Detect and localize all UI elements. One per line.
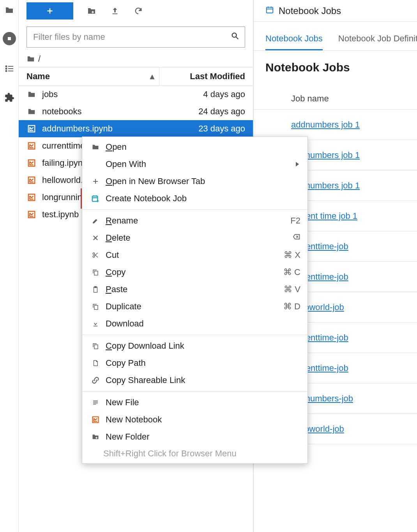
- menu-shortcut: ⌘ D: [283, 301, 300, 312]
- lines-icon: [89, 399, 102, 406]
- notebook-icon: [27, 209, 37, 220]
- notebook-icon: [89, 416, 102, 424]
- svg-point-5: [5, 71, 7, 72]
- list-icon[interactable]: [4, 63, 15, 74]
- upload-icon[interactable]: [110, 6, 120, 16]
- menu-separator: [82, 391, 307, 392]
- file-modified: 4 days ago: [167, 89, 245, 99]
- menu-label: Open With: [106, 159, 146, 169]
- menu-item-open[interactable]: Open: [82, 138, 307, 156]
- menu-item-copy-download-link[interactable]: Copy Download Link: [82, 337, 307, 355]
- svg-rect-40: [94, 271, 98, 275]
- menu-label: Open in New Browser Tab: [106, 176, 205, 186]
- file-modified: 23 days ago: [167, 124, 245, 134]
- menu-label: Paste: [106, 284, 127, 294]
- running-icon[interactable]: [3, 32, 16, 45]
- download-icon: [89, 320, 102, 327]
- calendar-icon: [265, 5, 274, 16]
- notebook-icon: [27, 175, 37, 185]
- menu-item-cut[interactable]: Cut⌘ X: [82, 246, 307, 264]
- svg-line-13: [236, 37, 239, 39]
- svg-rect-45: [94, 345, 98, 349]
- file-name: addnumbers.ipynb: [42, 124, 167, 134]
- tabs: Notebook Jobs Notebook Job Definitions: [254, 22, 417, 51]
- job-row: addnumbers job 1: [254, 110, 417, 140]
- panel-title-text: Notebook Jobs: [279, 5, 341, 16]
- menu-hint: Shift+Right Click for Browser Menu: [82, 445, 307, 459]
- menu-label: Delete: [106, 233, 131, 243]
- notebook-icon: [27, 124, 37, 134]
- col-modified[interactable]: Last Modified: [159, 71, 253, 82]
- svg-rect-44: [94, 326, 98, 326]
- folderplus-icon: [89, 433, 102, 441]
- search-icon: [231, 32, 239, 43]
- folder-icon[interactable]: [4, 5, 15, 16]
- svg-rect-43: [94, 305, 98, 310]
- menu-item-open-with[interactable]: Open With: [82, 156, 307, 173]
- breadcrumb-path: /: [38, 54, 41, 64]
- menu-item-copy[interactable]: Copy⌘ C: [82, 264, 307, 281]
- menu-item-rename[interactable]: RenameF2: [82, 212, 307, 229]
- page-icon: [89, 360, 102, 367]
- jobs-heading: Notebook Jobs: [254, 51, 417, 78]
- folder-icon: [89, 143, 102, 151]
- notebook-icon: [27, 141, 37, 151]
- svg-rect-11: [113, 13, 118, 14]
- copy-icon: [89, 342, 102, 349]
- new-folder-icon[interactable]: [87, 6, 97, 16]
- menu-item-create-notebook-job[interactable]: Create Notebook Job: [82, 190, 307, 207]
- svg-rect-52: [95, 438, 97, 438]
- tab-notebook-job-definitions[interactable]: Notebook Job Definitions: [338, 34, 417, 50]
- paste-icon: [89, 286, 102, 293]
- copy-icon: [89, 269, 102, 276]
- new-launcher-button[interactable]: [27, 2, 73, 20]
- menu-shortcut: F2: [290, 216, 300, 226]
- context-menu: OpenOpen WithOpen in New Browser TabCrea…: [82, 137, 308, 464]
- col-name[interactable]: Name: [27, 71, 50, 82]
- menu-label: Download: [106, 319, 144, 329]
- file-row[interactable]: addnumbers.ipynb23 days ago: [19, 120, 253, 137]
- filter-input[interactable]: [32, 32, 231, 43]
- menu-label: Open: [106, 142, 127, 152]
- menu-label: Copy Shareable Link: [106, 375, 185, 385]
- tab-notebook-jobs[interactable]: Notebook Jobs: [265, 34, 323, 50]
- job-link[interactable]: addnumbers job 1: [291, 120, 360, 130]
- file-row[interactable]: jobs4 days ago: [19, 86, 253, 103]
- menu-label: New Folder: [106, 432, 149, 442]
- plus-icon: [89, 178, 102, 185]
- menu-item-copy-shareable-link[interactable]: Copy Shareable Link: [82, 372, 307, 389]
- svg-point-3: [5, 68, 7, 69]
- file-row[interactable]: notebooks24 days ago: [19, 103, 253, 120]
- x-icon: [89, 234, 102, 241]
- notebook-icon: [27, 158, 37, 168]
- menu-item-new-notebook[interactable]: New Notebook: [82, 411, 307, 428]
- svg-point-12: [232, 33, 237, 37]
- activity-bar: [0, 0, 19, 532]
- file-name: jobs: [42, 89, 167, 99]
- extensions-icon[interactable]: [4, 92, 15, 103]
- menu-label: Create Notebook Job: [106, 193, 187, 204]
- panel-title: Notebook Jobs: [254, 0, 417, 22]
- menu-shortcut: [293, 233, 300, 243]
- menu-separator: [82, 335, 307, 335]
- menu-item-open-in-new-browser-tab[interactable]: Open in New Browser Tab: [82, 173, 307, 190]
- menu-label: Cut: [106, 250, 119, 260]
- svg-rect-20: [267, 7, 273, 13]
- menu-label: Copy: [106, 267, 125, 277]
- sort-caret-icon[interactable]: ▴: [150, 71, 154, 82]
- menu-item-new-file[interactable]: New File: [82, 394, 307, 411]
- refresh-icon[interactable]: [133, 6, 143, 16]
- menu-item-copy-path[interactable]: Copy Path: [82, 355, 307, 372]
- menu-shortcut: ⌘ X: [284, 250, 300, 260]
- menu-item-paste[interactable]: Paste⌘ V: [82, 281, 307, 298]
- menu-item-download[interactable]: Download: [82, 315, 307, 332]
- menu-item-new-folder[interactable]: New Folder: [82, 428, 307, 445]
- filter-box[interactable]: [27, 27, 245, 48]
- menu-item-duplicate[interactable]: Duplicate⌘ D: [82, 298, 307, 315]
- menu-shortcut: ⌘ C: [283, 267, 300, 277]
- menu-item-delete[interactable]: Delete: [82, 229, 307, 246]
- svg-rect-0: [8, 37, 11, 40]
- file-name: notebooks: [42, 106, 167, 117]
- breadcrumb[interactable]: /: [19, 48, 253, 67]
- copy-icon: [89, 303, 102, 310]
